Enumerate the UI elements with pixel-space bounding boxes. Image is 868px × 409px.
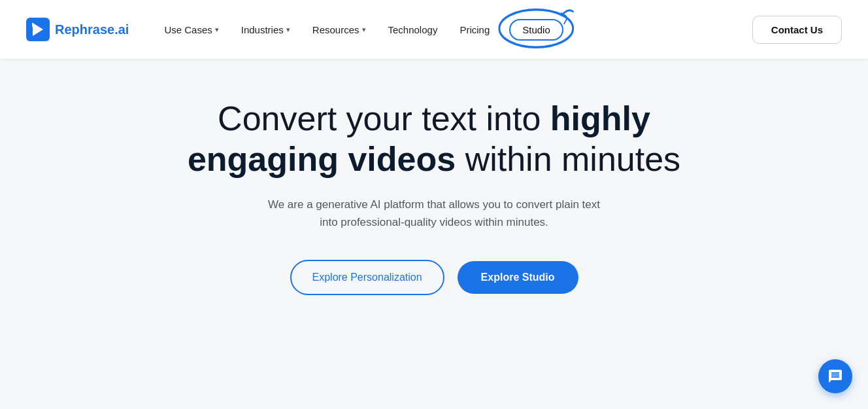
nav-label-studio: Studio [522, 24, 550, 35]
nav-label-use-cases: Use Cases [164, 24, 212, 35]
nav-item-industries[interactable]: Industries ▾ [232, 19, 299, 41]
chevron-down-icon: ▾ [362, 26, 366, 34]
chat-icon [827, 368, 843, 384]
studio-pill: Studio [509, 19, 563, 41]
chevron-down-icon: ▾ [215, 26, 219, 34]
navbar: Rephrase.ai Use Cases ▾ Industries ▾ Res… [0, 0, 868, 59]
nav-item-pricing[interactable]: Pricing [450, 19, 499, 41]
chat-bubble-button[interactable] [818, 359, 852, 393]
logo[interactable]: Rephrase.ai [26, 18, 129, 41]
nav-item-use-cases[interactable]: Use Cases ▾ [155, 19, 227, 41]
nav-label-technology: Technology [388, 24, 438, 35]
explore-personalization-button[interactable]: Explore Personalization [290, 260, 444, 295]
hero-title-part1: Convert your text into [218, 99, 550, 137]
hero-title: Convert your text into highly engaging v… [166, 98, 702, 180]
nav-item-technology[interactable]: Technology [379, 19, 447, 41]
nav-links: Use Cases ▾ Industries ▾ Resources ▾ Tec… [155, 15, 752, 44]
nav-label-industries: Industries [241, 24, 284, 35]
hero-title-part2: within minutes [456, 140, 680, 178]
nav-label-resources: Resources [312, 24, 359, 35]
hero-subtitle: We are a generative AI platform that all… [264, 196, 604, 231]
nav-label-pricing: Pricing [459, 24, 490, 35]
hero-buttons: Explore Personalization Explore Studio [290, 260, 578, 295]
explore-studio-button[interactable]: Explore Studio [458, 261, 578, 294]
nav-item-studio[interactable]: Studio [503, 15, 570, 44]
chevron-down-icon: ▾ [286, 26, 290, 34]
logo-text: Rephrase.ai [55, 22, 129, 37]
logo-icon [26, 18, 50, 41]
hero-section: Convert your text into highly engaging v… [0, 59, 868, 321]
nav-item-resources[interactable]: Resources ▾ [303, 19, 375, 41]
contact-us-button[interactable]: Contact Us [752, 16, 842, 44]
